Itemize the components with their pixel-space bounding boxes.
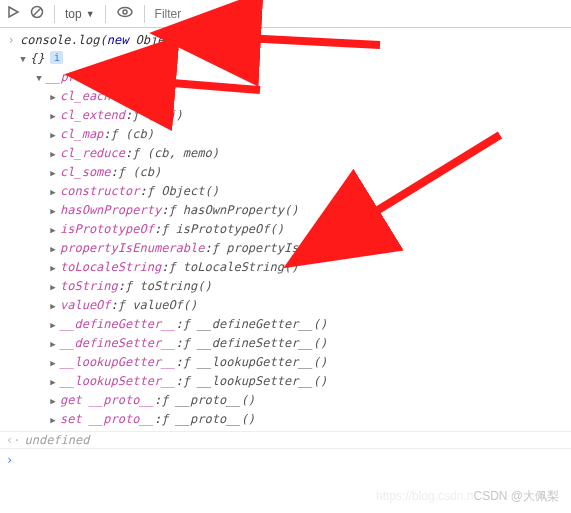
- caret-closed-icon: [48, 355, 58, 369]
- property-row[interactable]: __defineGetter__: ƒ __defineGetter__(): [18, 314, 571, 333]
- caret-open-icon: [18, 51, 28, 65]
- property-name: toLocaleString: [58, 260, 161, 274]
- context-label: top: [65, 7, 82, 21]
- property-row[interactable]: cl_each: ƒ (cb): [18, 86, 571, 105]
- property-row[interactable]: __lookupSetter__: ƒ __lookupSetter__(): [18, 371, 571, 390]
- console-toolbar: top ▼: [0, 0, 571, 28]
- property-name: cl_some: [58, 165, 111, 179]
- caret-closed-icon: [48, 260, 58, 274]
- property-row[interactable]: cl_reduce: ƒ (cb, memo): [18, 143, 571, 162]
- property-row[interactable]: set __proto__: ƒ __proto__(): [18, 409, 571, 428]
- caret-closed-icon: [48, 393, 58, 407]
- property-row[interactable]: get __proto__: ƒ __proto__(): [18, 390, 571, 409]
- property-row[interactable]: toString: ƒ toString(): [18, 276, 571, 295]
- object-literal: {}: [28, 51, 44, 65]
- property-row[interactable]: hasOwnProperty: ƒ hasOwnProperty(): [18, 200, 571, 219]
- console-prompt-row[interactable]: ›: [0, 448, 571, 471]
- property-name: __defineSetter__: [58, 336, 176, 350]
- execute-icon[interactable]: [6, 5, 20, 22]
- console-expression-row[interactable]: › console.log(new Object): [0, 32, 571, 48]
- property-name: propertyIsEnumerable: [58, 241, 205, 255]
- caret-closed-icon: [48, 412, 58, 426]
- svg-marker-0: [9, 7, 18, 17]
- proto-row[interactable]: __proto__:: [18, 67, 571, 86]
- caret-closed-icon: [48, 279, 58, 293]
- function-signature: ƒ isPrototypeOf(): [161, 222, 284, 236]
- property-name: cl_map: [58, 127, 103, 141]
- svg-point-3: [118, 8, 132, 17]
- clear-console-icon[interactable]: [30, 5, 44, 22]
- console-expression: console.log(new Object): [16, 33, 186, 47]
- property-name: get __proto__: [58, 393, 154, 407]
- function-signature: ƒ Object(): [147, 184, 219, 198]
- property-row[interactable]: __lookupGetter__: ƒ __lookupGetter__(): [18, 352, 571, 371]
- function-signature: ƒ (cb): [118, 89, 161, 103]
- context-selector[interactable]: top ▼: [65, 7, 95, 21]
- undefined-value: undefined: [20, 433, 89, 447]
- separator: [144, 5, 145, 23]
- caret-closed-icon: [48, 374, 58, 388]
- property-name: hasOwnProperty: [58, 203, 161, 217]
- function-signature: ƒ valueOf(): [118, 298, 197, 312]
- function-signature: ƒ __defineGetter__(): [183, 317, 328, 331]
- property-row[interactable]: __defineSetter__: ƒ __defineSetter__(): [18, 333, 571, 352]
- caret-closed-icon: [48, 184, 58, 198]
- function-signature: ƒ __lookupGetter__(): [183, 355, 328, 369]
- caret-closed-icon: [48, 146, 58, 160]
- property-name: __lookupSetter__: [58, 374, 176, 388]
- property-name: toString: [58, 279, 118, 293]
- caret-closed-icon: [48, 222, 58, 236]
- function-signature: ƒ (cb, memo): [132, 146, 219, 160]
- property-name: set __proto__: [58, 412, 154, 426]
- property-name: __defineGetter__: [58, 317, 176, 331]
- separator: [105, 5, 106, 23]
- property-name: cl_reduce: [58, 146, 125, 160]
- object-tree: {} i __proto__: cl_each: ƒ (cb)cl_extend…: [0, 48, 571, 428]
- function-signature: ƒ toLocaleString(): [168, 260, 298, 274]
- property-name: constructor: [58, 184, 139, 198]
- caret-closed-icon: [48, 336, 58, 350]
- function-signature: ƒ (obj): [132, 108, 183, 122]
- function-signature: ƒ hasOwnProperty(): [168, 203, 298, 217]
- svg-line-2: [33, 8, 41, 16]
- property-name: __lookupGetter__: [58, 355, 176, 369]
- console-output: › console.log(new Object) {} i __proto__…: [0, 28, 571, 471]
- return-row: ‹· undefined: [0, 431, 571, 448]
- property-name: valueOf: [58, 298, 111, 312]
- function-signature: ƒ (cb): [118, 165, 161, 179]
- property-row[interactable]: cl_some: ƒ (cb): [18, 162, 571, 181]
- filter-input[interactable]: [155, 7, 275, 21]
- eye-icon[interactable]: [116, 5, 134, 22]
- caret-closed-icon: [48, 241, 58, 255]
- caret-closed-icon: [48, 127, 58, 141]
- function-signature: ƒ propertyIsEnumerable(): [212, 241, 385, 255]
- caret-closed-icon: [48, 298, 58, 312]
- prompt-icon: ›: [6, 453, 13, 467]
- caret-closed-icon: [48, 203, 58, 217]
- function-signature: ƒ __proto__(): [161, 393, 255, 407]
- property-row[interactable]: toLocaleString: ƒ toLocaleString(): [18, 257, 571, 276]
- object-root[interactable]: {} i: [18, 48, 571, 67]
- property-row[interactable]: cl_map: ƒ (cb): [18, 124, 571, 143]
- chevron-down-icon: ▼: [86, 9, 95, 19]
- property-name: cl_extend: [58, 108, 125, 122]
- caret-closed-icon: [48, 89, 58, 103]
- property-name: isPrototypeOf: [58, 222, 154, 236]
- function-signature: ƒ __proto__(): [161, 412, 255, 426]
- return-arrow-icon: ‹·: [6, 433, 20, 447]
- property-row[interactable]: isPrototypeOf: ƒ isPrototypeOf(): [18, 219, 571, 238]
- property-name: cl_each: [58, 89, 111, 103]
- property-row[interactable]: valueOf: ƒ valueOf(): [18, 295, 571, 314]
- caret-closed-icon: [48, 165, 58, 179]
- property-row[interactable]: constructor: ƒ Object(): [18, 181, 571, 200]
- info-icon[interactable]: i: [50, 51, 63, 64]
- caret-open-icon: [34, 70, 44, 84]
- caret-closed-icon: [48, 317, 58, 331]
- chevron-right-icon: ›: [6, 33, 16, 47]
- function-signature: ƒ __defineSetter__(): [183, 336, 328, 350]
- watermark: https://blog.csdn.nCSDN @大佩梨: [376, 488, 559, 505]
- property-row[interactable]: cl_extend: ƒ (obj): [18, 105, 571, 124]
- function-signature: ƒ toString(): [125, 279, 212, 293]
- function-signature: ƒ __lookupSetter__(): [183, 374, 328, 388]
- property-row[interactable]: propertyIsEnumerable: ƒ propertyIsEnumer…: [18, 238, 571, 257]
